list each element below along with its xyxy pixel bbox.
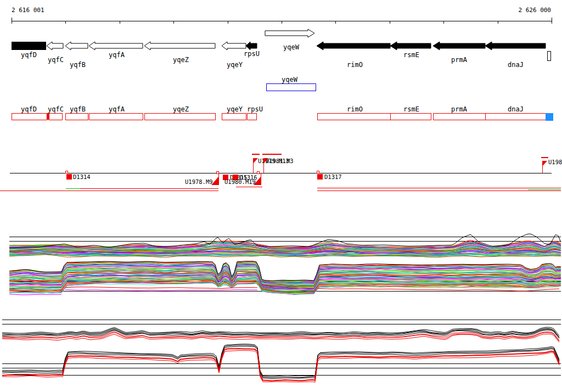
gene-arrow-yqfA[interactable]: yqfA — [89, 42, 143, 59]
gene-box-yqeY[interactable]: yqeY — [222, 105, 246, 120]
gene-arrow-rimO[interactable]: rimO — [317, 42, 390, 69]
marker-U1981.M3[interactable]: U1981.M3 — [262, 154, 294, 173]
gene-box-rect-yqfD[interactable] — [12, 113, 47, 120]
selection-label: yqeW — [282, 76, 298, 83]
gene-arrow-rsmE[interactable]: rsmE — [390, 42, 431, 59]
gene-box-rect-yqfC[interactable] — [49, 113, 62, 120]
gene-body-yqfD[interactable] — [12, 42, 46, 49]
probe-marker-track: D1314D1315D1316D1317U1978.M9U1980.M19U19… — [0, 154, 562, 191]
selected-feature-box[interactable]: yqeW — [266, 76, 316, 91]
selection-rect[interactable] — [266, 83, 316, 91]
signal-line — [2, 345, 559, 378]
gene-body-yqfB[interactable] — [65, 42, 88, 50]
signal-panel-2 — [2, 320, 561, 382]
marker-U1982[interactable]: U1982 — [541, 158, 562, 173]
gene-label-yqfD: yqfD — [21, 51, 37, 59]
gene-body-yqfA[interactable] — [89, 42, 143, 50]
gene-label-yqeY: yqeY — [227, 61, 243, 69]
signal-bundle-0 — [2, 327, 559, 342]
gene-box-rect-yqfA[interactable] — [89, 113, 143, 120]
gene-arrow-dnaJ[interactable]: dnaJ — [485, 42, 546, 69]
gene-box-rect-yqeY[interactable] — [222, 113, 246, 120]
gene-box-track: yqfDyqfCyqfByqfAyqeZyqeYrpsUrimOrsmEprmA… — [12, 105, 553, 121]
gene-box-label-prmA: prmA — [451, 105, 468, 113]
marker-U1978.M9[interactable]: U1978.M9 — [185, 171, 218, 185]
stray-signal-4 — [9, 294, 61, 295]
gene-body-yqeY[interactable] — [222, 42, 246, 50]
gene-box-label-rpsU: rpsU — [247, 105, 263, 113]
gene-box-rpsU[interactable]: rpsU — [247, 105, 263, 120]
gene-box-rect-rsmE[interactable] — [390, 113, 431, 120]
genome-browser-view: 2 616 001 2 626 000 yqfDyqfCyqfByqfAyqeZ… — [0, 0, 562, 392]
gene-body-yqeZ[interactable] — [144, 42, 215, 50]
gene-body-yqfC[interactable] — [47, 42, 63, 50]
gene-box-prmA[interactable]: prmA — [433, 105, 485, 120]
marker-square[interactable] — [66, 174, 72, 180]
marker-label: D1314 — [73, 173, 91, 180]
coordinate-ruler — [12, 18, 552, 24]
gene-box-label-yqfC: yqfC — [48, 105, 64, 113]
gene-box-rect-yqeZ[interactable] — [144, 113, 215, 120]
marker-D1314[interactable]: D1314 — [65, 171, 91, 180]
signal-bundle-0 — [9, 234, 561, 257]
marker-notch — [216, 171, 218, 173]
gene-body-yqeW[interactable] — [265, 29, 314, 37]
gene-box-rect-rimO[interactable] — [317, 113, 390, 120]
gene-label-rimO: rimO — [347, 61, 363, 69]
gene-arrow-yqeZ[interactable]: yqeZ — [144, 42, 215, 64]
gene-box-rect-dnaJ[interactable] — [485, 113, 546, 120]
signal-panel-1 — [9, 234, 561, 295]
gene-box-rect-prmA[interactable] — [433, 113, 485, 120]
gene-box-rimO[interactable]: rimO — [317, 105, 390, 120]
gene-body-rsmE[interactable] — [390, 42, 431, 50]
gene-box-rsmE[interactable]: rsmE — [390, 105, 431, 120]
gene-box-label-rsmE: rsmE — [403, 105, 419, 113]
partial-gene-outline[interactable] — [547, 51, 550, 60]
marker-notch — [257, 171, 259, 173]
gene-box-label-yqeZ: yqeZ — [173, 105, 189, 113]
gene-arrow-yqfB[interactable]: yqfB — [65, 42, 88, 69]
gene-label-yqeZ: yqeZ — [173, 56, 189, 64]
gene-box-dnaJ[interactable]: dnaJ — [485, 105, 546, 120]
red-sliver-marker — [47, 113, 49, 120]
gene-label-yqeW: yqeW — [283, 43, 300, 51]
gene-box-label-yqfD: yqfD — [21, 105, 37, 113]
gene-box-label-yqfA: yqfA — [109, 105, 125, 113]
gene-arrow-prmA[interactable]: prmA — [433, 42, 485, 64]
genome-browser-canvas: yqfDyqfCyqfByqfAyqeZyqeYrpsUyqeWrimOrsmE… — [0, 0, 562, 392]
gene-body-prmA[interactable] — [433, 42, 485, 50]
marker-label: U1982 — [548, 159, 562, 165]
marker-label: D1317 — [324, 173, 342, 180]
gene-label-yqfA: yqfA — [109, 51, 125, 59]
gene-body-dnaJ[interactable] — [485, 42, 546, 50]
gene-box-label-yqeY: yqeY — [227, 105, 243, 113]
marker-U1980.M19[interactable]: U1980.M19 — [224, 171, 261, 185]
gene-box-label-dnaJ: dnaJ — [508, 105, 524, 113]
gene-box-yqfA[interactable]: yqfA — [89, 105, 143, 120]
gene-arrow-yqfC[interactable]: yqfC — [47, 42, 64, 64]
gene-body-rpsU[interactable] — [246, 42, 257, 50]
gene-box-yqfB[interactable]: yqfB — [65, 105, 88, 120]
gene-arrow-yqfD[interactable]: yqfD — [12, 42, 46, 59]
gene-box-yqfC[interactable]: yqfC — [48, 105, 64, 120]
marker-notch — [317, 171, 319, 173]
marker-label: U1980.M19 — [224, 178, 256, 185]
gene-track: yqfDyqfCyqfByqfAyqeZyqeYrpsUyqeWrimOrsmE… — [12, 29, 550, 69]
gene-box-yqeZ[interactable]: yqeZ — [144, 105, 215, 120]
gene-body-rimO[interactable] — [317, 42, 390, 50]
stray-signal-5 — [65, 290, 257, 291]
gene-box-rect-yqfB[interactable] — [65, 113, 88, 120]
gene-label-prmA: prmA — [451, 56, 468, 64]
gene-label-dnaJ: dnaJ — [508, 61, 524, 69]
marker-triangle[interactable] — [542, 161, 547, 166]
gene-arrow-yqeY[interactable]: yqeY — [222, 42, 246, 69]
marker-square[interactable] — [317, 174, 323, 180]
marker-D1317[interactable]: D1317 — [317, 171, 342, 180]
stray-signal-1 — [318, 288, 559, 291]
marker-triangle[interactable] — [253, 158, 258, 164]
gene-box-yqfD[interactable]: yqfD — [12, 105, 47, 120]
gene-arrow-yqeW[interactable]: yqeW — [265, 29, 314, 51]
gene-box-rect-rpsU[interactable] — [247, 113, 256, 120]
marker-notch — [65, 171, 68, 173]
blue-end-marker[interactable] — [546, 113, 553, 121]
